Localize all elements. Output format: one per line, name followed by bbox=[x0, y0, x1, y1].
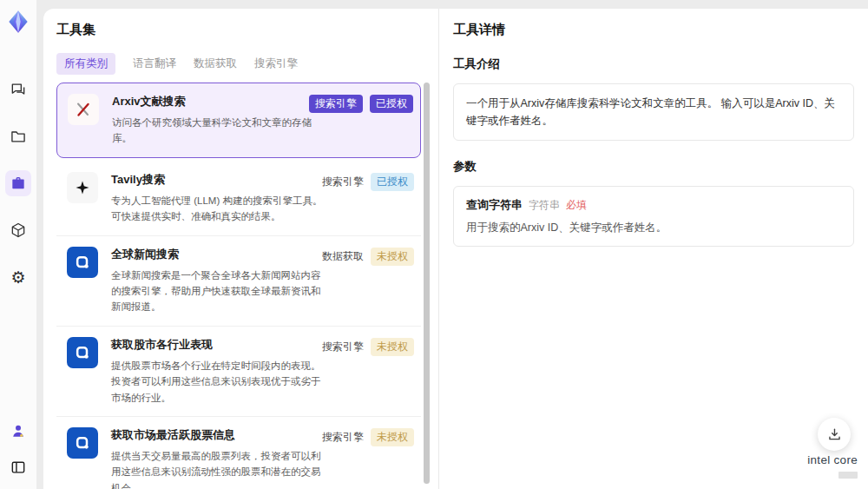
category-label: 搜索引擎 bbox=[322, 340, 364, 354]
status-badge: 未授权 bbox=[371, 428, 414, 446]
brand-sub-badge bbox=[838, 472, 858, 479]
sidebar-item-files[interactable] bbox=[5, 123, 31, 149]
tab-translation[interactable]: 语言翻译 bbox=[133, 53, 176, 75]
gear-icon: ⚙ bbox=[10, 269, 25, 286]
category-label: 搜索引擎 bbox=[322, 430, 364, 445]
param-description: 用于搜索的Arxiv ID、关键字或作者姓名。 bbox=[466, 221, 841, 235]
detail-title: 工具详情 bbox=[453, 22, 854, 38]
status-badge: 未授权 bbox=[371, 338, 414, 356]
tool-description: 全球新闻搜索是一个聚合全球各大新闻网站内容的搜索引擎，帮助用户快速获取全球最新资… bbox=[111, 268, 330, 315]
sidebar-item-settings[interactable]: ⚙ bbox=[5, 264, 31, 290]
tool-description: 提供当天交易量最高的股票列表，投资者可以利用这些信息来识别流动性强的股票和潜在的… bbox=[111, 448, 330, 489]
folder-icon bbox=[10, 128, 27, 145]
status-badge: 未授权 bbox=[371, 248, 414, 266]
left-rail: ⚙ bbox=[0, 0, 36, 489]
param-box: 查询字符串 字符串 必填 用于搜索的Arxiv ID、关键字或作者姓名。 bbox=[453, 186, 854, 247]
download-button[interactable] bbox=[818, 418, 851, 451]
tab-search-engine[interactable]: 搜索引擎 bbox=[254, 53, 298, 75]
sidebar-item-tools[interactable] bbox=[5, 170, 31, 196]
tool-title: 全球新闻搜索 bbox=[111, 247, 312, 262]
tool-card-list: Arxiv文献搜索 访问各个研究领域大量科学论文和文章的存储库。 搜索引擎 已授… bbox=[56, 83, 421, 489]
briefcase-icon bbox=[10, 175, 27, 192]
brand-text: intel core bbox=[807, 453, 858, 466]
intro-text: 一个用于从Arxiv存储库搜索科学论文和文章的工具。 输入可以是Arxiv ID… bbox=[466, 95, 841, 129]
intro-box: 一个用于从Arxiv存储库搜索科学论文和文章的工具。 输入可以是Arxiv ID… bbox=[453, 83, 854, 141]
stock-tool-logo-icon bbox=[67, 427, 98, 459]
news-search-logo-icon bbox=[67, 247, 98, 278]
category-badge: 搜索引擎 bbox=[309, 95, 363, 113]
param-type: 字符串 bbox=[529, 198, 560, 213]
status-badge: 已授权 bbox=[370, 95, 413, 113]
tool-card-arxiv[interactable]: Arxiv文献搜索 访问各个研究领域大量科学论文和文章的存储库。 搜索引擎 已授… bbox=[56, 83, 421, 158]
tool-description: 访问各个研究领域大量科学论文和文章的存储库。 bbox=[112, 115, 331, 147]
tool-title: Arxiv文献搜索 bbox=[112, 94, 311, 109]
tool-card-tavily[interactable]: Tavily搜索 专为人工智能代理 (LLM) 构建的搜索引擎工具。可快速提供实… bbox=[56, 162, 421, 236]
tab-data-fetch[interactable]: 数据获取 bbox=[194, 53, 237, 75]
arxiv-logo-icon bbox=[68, 94, 99, 125]
tool-title: 获取市场最活跃股票信息 bbox=[111, 427, 312, 443]
app-logo-icon bbox=[5, 9, 31, 35]
tab-all-categories[interactable]: 所有类别 bbox=[56, 53, 115, 75]
param-name: 查询字符串 bbox=[466, 197, 523, 213]
tool-description: 专为人工智能代理 (LLM) 构建的搜索引擎工具。可快速提供实时、准确和真实的结… bbox=[111, 193, 330, 225]
intro-heading: 工具介绍 bbox=[453, 56, 854, 72]
tool-title: 获取股市各行业表现 bbox=[111, 337, 312, 353]
chat-icon bbox=[10, 81, 27, 98]
tool-description: 提供股票市场各个行业在特定时间段内的表现。投资者可以利用这些信息来识别表现优于或… bbox=[111, 358, 330, 406]
param-required-flag: 必填 bbox=[566, 198, 587, 213]
tool-detail-panel: 工具详情 工具介绍 一个用于从Arxiv存储库搜索科学论文和文章的工具。 输入可… bbox=[439, 9, 868, 489]
page-title: 工具集 bbox=[56, 22, 438, 38]
tool-title: Tavily搜索 bbox=[111, 172, 312, 188]
collapse-panel-button[interactable] bbox=[5, 454, 31, 480]
stock-tool-logo-icon bbox=[67, 337, 98, 368]
sidebar-item-models[interactable] bbox=[5, 217, 31, 243]
user-icon bbox=[10, 422, 27, 439]
sidebar-item-chat[interactable] bbox=[5, 76, 31, 102]
panel-toggle-icon bbox=[10, 459, 27, 476]
tool-card-most-active-stocks[interactable]: 获取市场最活跃股票信息 提供当天交易量最高的股票列表，投资者可以利用这些信息来识… bbox=[56, 417, 421, 489]
category-tabs: 所有类别 语言翻译 数据获取 搜索引擎 bbox=[56, 53, 438, 75]
list-scrollbar[interactable] bbox=[424, 83, 430, 484]
user-avatar[interactable] bbox=[5, 418, 31, 444]
main-panel: 工具集 所有类别 语言翻译 数据获取 搜索引擎 Arxiv文献搜索 访问各个研究… bbox=[43, 9, 868, 489]
tavily-logo-icon bbox=[67, 172, 98, 203]
tool-card-global-news[interactable]: 全球新闻搜索 全球新闻搜索是一个聚合全球各大新闻网站内容的搜索引擎，帮助用户快速… bbox=[56, 236, 421, 327]
params-heading: 参数 bbox=[453, 159, 854, 175]
category-label: 搜索引擎 bbox=[322, 175, 364, 189]
tool-card-sector-performance[interactable]: 获取股市各行业表现 提供股票市场各个行业在特定时间段内的表现。投资者可以利用这些… bbox=[56, 327, 421, 417]
status-badge: 已授权 bbox=[371, 173, 414, 191]
download-icon bbox=[826, 426, 843, 443]
intel-core-branding: intel core bbox=[807, 453, 858, 482]
tool-list-panel: 工具集 所有类别 语言翻译 数据获取 搜索引擎 Arxiv文献搜索 访问各个研究… bbox=[43, 9, 438, 489]
cube-icon bbox=[10, 221, 27, 239]
category-label: 数据获取 bbox=[322, 249, 364, 264]
